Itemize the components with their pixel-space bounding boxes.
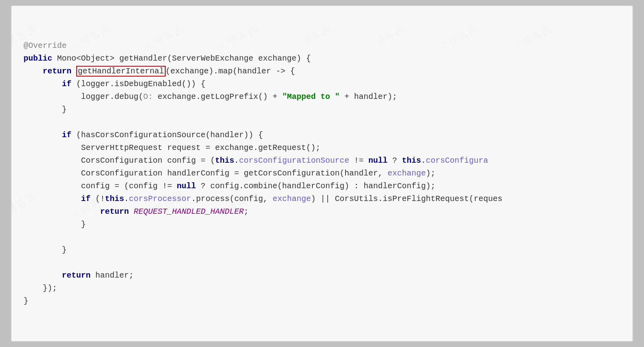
line-return-handler: return handler; <box>24 269 620 282</box>
line-if-cors: if (hasCorsConfigurationSource(handler))… <box>24 129 620 142</box>
line-blank1 <box>24 116 620 129</box>
param-exchange1: exchange <box>387 169 426 178</box>
line-close-debug: } <box>24 103 620 116</box>
line-cors-config: CorsConfiguration config = (this.corsCon… <box>24 154 620 167</box>
line-server-http: ServerHttpRequest request = exchange.get… <box>24 142 620 154</box>
line-if-cors-processor: if (!this.corsProcessor.process(config, … <box>24 193 620 205</box>
param-corsProcessor: corsProcessor <box>129 194 191 203</box>
line-logger-debug: logger.debug(O: exchange.getLogPrefix() … <box>24 91 620 103</box>
kw-this3: this <box>105 194 124 203</box>
kw-return2: return <box>100 207 129 216</box>
line-blank2 <box>24 231 620 244</box>
line-method-sig: public Mono<Object> getHandler(ServerWeb… <box>24 52 620 65</box>
const-request-handled: REQUEST_HANDLED_HANDLER <box>134 207 244 216</box>
highlighted-gethandlerinternal: getHandlerInternal <box>76 66 166 77</box>
line-blank3 <box>24 256 620 269</box>
kw-null1: null <box>368 156 387 165</box>
line-close-if-cors-proc: } <box>24 218 620 231</box>
line-close-method: } <box>24 295 620 308</box>
kw-this1: this <box>215 156 234 165</box>
line-if-debug: if (logger.isDebugEnabled()) { <box>24 78 620 91</box>
line-return-handled: return REQUEST_HANDLED_HANDLER; <box>24 205 620 218</box>
line-handler-config: CorsConfiguration handlerConfig = getCor… <box>24 167 620 180</box>
line-close-cors-block: } <box>24 244 620 256</box>
line-annotation: @Override <box>24 39 620 52</box>
line-close-map: }); <box>24 282 620 295</box>
annotation-override: @Override <box>24 41 67 50</box>
kw-if3: if <box>81 194 91 203</box>
kw-public: public <box>24 54 52 63</box>
string-mapped-to: "Mapped to " <box>282 92 340 101</box>
line-return: return getHandlerInternal(exchange).map(… <box>24 65 620 78</box>
kw-this2: this <box>402 156 421 165</box>
param-exchange2: exchange <box>273 194 311 203</box>
line-config-assign: config = (config != null ? config.combin… <box>24 180 620 193</box>
param-corsConfigSource: corsConfigurationSource <box>239 156 349 165</box>
comment-ref-o: O: <box>143 92 153 101</box>
kw-return3: return <box>62 271 91 280</box>
kw-return1: return <box>43 67 71 76</box>
kw-if2: if <box>62 130 71 140</box>
param-corsConfigura: corsConfigura <box>426 156 488 165</box>
kw-null2: null <box>177 181 196 191</box>
kw-if1: if <box>62 79 71 89</box>
code-block: @Override public Mono<Object> getHandler… <box>24 14 620 333</box>
code-window: ©博客园 ©博客园 ©博客园 ©博客园 ©博客园 ©博客园 ©博客园 ©博客园 … <box>11 5 633 342</box>
